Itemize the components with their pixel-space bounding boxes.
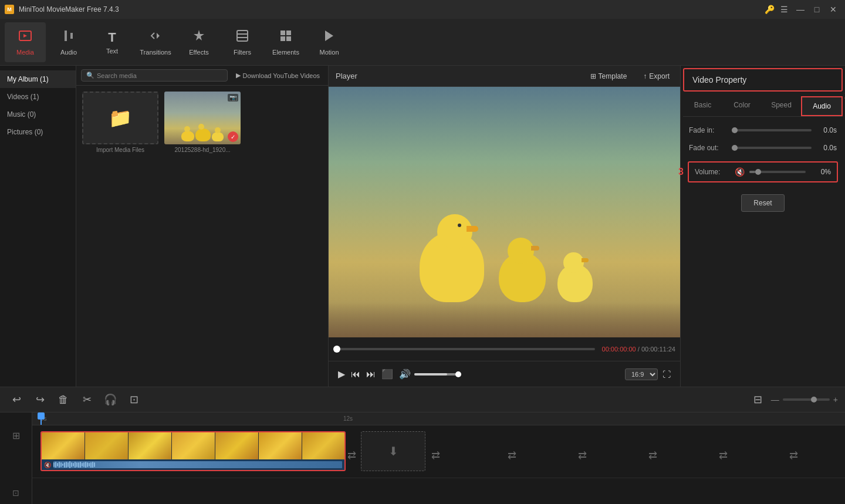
next-button[interactable]: ⏭	[366, 369, 376, 380]
toolbar-media[interactable]: Media	[5, 22, 46, 62]
fade-out-label: Fade out:	[689, 144, 727, 152]
audio-mute-icon[interactable]: 🔇	[44, 462, 51, 468]
zoom-slider[interactable]	[783, 398, 830, 401]
close-button[interactable]: ✕	[826, 2, 840, 16]
sidebar: My Album (1) Videos (1) Music (0) Pictur…	[0, 66, 76, 387]
crop-icon: ⊡	[130, 393, 138, 406]
placeholder-drop-1[interactable]: ⬇	[361, 431, 425, 471]
effects-icon	[192, 29, 206, 46]
toolbar-motion[interactable]: Motion	[309, 22, 350, 62]
main-duck	[414, 214, 490, 302]
volume-slider-prop[interactable]	[749, 171, 806, 173]
redo-button[interactable]: ↪	[31, 390, 49, 409]
track-icon[interactable]: ⊡	[12, 488, 19, 498]
player-header: Player ⊞ Template ↑ Export	[329, 66, 680, 87]
tab-color[interactable]: Color	[722, 96, 762, 116]
delete-button[interactable]: 🗑	[54, 390, 73, 409]
download-youtube-button[interactable]: ▶ Download YouTube Videos	[232, 70, 324, 81]
clip-arrow-5[interactable]: ⇄	[648, 449, 657, 462]
video-thumb[interactable]: 📷 ✓	[164, 92, 241, 144]
clip-frame-7	[302, 432, 344, 459]
player-video	[329, 87, 680, 337]
mute-icon[interactable]: 🔇	[735, 167, 745, 177]
svg-rect-4	[280, 31, 285, 35]
toolbar-filters[interactable]: Filters	[222, 22, 263, 62]
arrow-icon-3: ⇄	[508, 449, 516, 461]
play-button[interactable]: ▶	[338, 368, 345, 380]
clip-frame-6	[259, 432, 302, 459]
split-button[interactable]: ✂	[77, 390, 96, 409]
zoom-knob[interactable]	[811, 397, 817, 402]
stop-button[interactable]: ⬛	[381, 368, 393, 380]
zoom-slider-row: — +	[771, 395, 838, 404]
tab-basic[interactable]: Basic	[683, 96, 722, 116]
clip-arrow-6[interactable]: ⇄	[719, 449, 728, 462]
playhead-thumb[interactable]	[333, 346, 340, 353]
export-icon: ↑	[643, 72, 647, 80]
tab-speed[interactable]: Speed	[762, 96, 801, 116]
sidebar-item-pictures[interactable]: Pictures (0)	[0, 123, 76, 141]
clip-frame-3	[129, 432, 172, 459]
crop-button[interactable]: ⊡	[124, 390, 143, 409]
import-thumb[interactable]: 📁	[82, 92, 158, 144]
export-button[interactable]: ↑ Export	[640, 70, 673, 82]
audio-detach-button[interactable]: 🎧	[101, 390, 120, 409]
clip-arrow-3[interactable]: ⇄	[508, 449, 516, 462]
add-clip-icon[interactable]: ⊞	[12, 430, 20, 441]
volume-icon[interactable]: 🔊	[399, 368, 411, 380]
split-view-button[interactable]: ⊟	[749, 390, 768, 409]
zoom-minus-icon[interactable]: —	[771, 395, 779, 404]
download-placeholder-icon: ⬇	[388, 444, 398, 458]
media-grid: 📁 Import Media Files	[76, 86, 328, 387]
sidebar-item-videos[interactable]: Videos (1)	[0, 88, 76, 106]
clip-arrow-1[interactable]: ⇄	[347, 449, 356, 462]
volume-knob-prop[interactable]	[755, 169, 761, 175]
fullscreen-button[interactable]: ⛶	[663, 370, 671, 379]
sidebar-item-music[interactable]: Music (0)	[0, 106, 76, 123]
tab-audio[interactable]: Audio	[801, 96, 843, 116]
maximize-button[interactable]: □	[810, 2, 824, 16]
toolbar-audio[interactable]: Audio	[48, 22, 89, 62]
volume-slider[interactable]	[414, 373, 461, 376]
minimize-button[interactable]: —	[793, 2, 807, 16]
toolbar-transitions[interactable]: Transitions	[135, 22, 176, 62]
clip-arrow-4[interactable]: ⇄	[578, 449, 587, 462]
timeline-playhead[interactable]	[40, 412, 42, 425]
key-icon[interactable]: 🔑	[765, 5, 775, 14]
clip-audio: 🔇	[42, 459, 344, 470]
prev-button[interactable]: ⏮	[351, 369, 360, 380]
volume-row-wrapper: Volume: 🔇 0% 3	[689, 161, 837, 182]
reset-button[interactable]: Reset	[741, 194, 784, 212]
volume-knob[interactable]	[455, 371, 461, 377]
aspect-ratio-select[interactable]: 16:9 9:16 4:3 1:1	[625, 368, 658, 380]
duck3	[555, 252, 596, 302]
placeholder-clip-1[interactable]: ⬇	[361, 431, 425, 471]
import-label: Import Media Files	[82, 147, 158, 153]
zoom-plus-icon[interactable]: +	[833, 395, 838, 404]
import-media-item[interactable]: 📁 Import Media Files	[82, 92, 158, 153]
toolbar-audio-label: Audio	[60, 49, 77, 56]
clip-arrow-7[interactable]: ⇄	[789, 449, 798, 462]
toolbar-effects[interactable]: Effects	[178, 22, 219, 62]
toolbar-motion-label: Motion	[319, 49, 339, 56]
fade-in-row: Fade in: 0.0s	[689, 126, 837, 134]
sidebar-item-my-album[interactable]: My Album (1)	[0, 70, 76, 88]
toolbar-effects-label: Effects	[189, 49, 208, 56]
search-bar[interactable]: 🔍 Search media	[81, 69, 228, 82]
volume-control: 🔊	[399, 368, 461, 380]
fade-in-slider[interactable]	[732, 129, 812, 131]
template-button[interactable]: ⊞ Template	[587, 70, 631, 82]
video-media-item[interactable]: 📷 ✓ 20125288-hd_1920...	[164, 92, 241, 153]
fade-in-label: Fade in:	[689, 126, 727, 134]
svg-rect-5	[286, 31, 291, 35]
clip-frames	[42, 432, 344, 459]
clip-arrow-2[interactable]: ⇄	[431, 449, 440, 462]
total-time: / 00:00:11:24	[636, 346, 675, 353]
toolbar-text[interactable]: T Text	[92, 22, 133, 62]
fade-out-slider[interactable]	[732, 147, 812, 149]
settings-button[interactable]: ☰	[777, 2, 791, 16]
progress-bar[interactable]	[333, 348, 595, 350]
toolbar-elements[interactable]: Elements	[265, 22, 306, 62]
video-clip[interactable]: 🔇	[40, 431, 346, 471]
undo-button[interactable]: ↩	[7, 390, 26, 409]
